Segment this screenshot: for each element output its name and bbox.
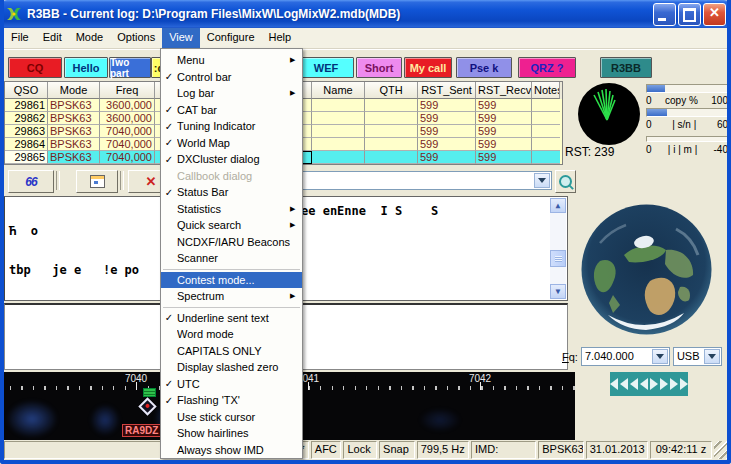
column-header-qth[interactable]: QTH [365,82,418,99]
title-bar[interactable]: R3BB - Current log: D:\Program Files\Mix… [0,0,731,28]
column-header-notes[interactable]: Notes [532,82,560,99]
menu-item-contest-mode[interactable]: Contest mode... [161,272,302,289]
menu-item-show-hairlines[interactable]: Show hairlines [161,425,302,442]
menu-file[interactable]: File [4,28,36,48]
arrow-left-icon[interactable] [630,378,638,390]
menu-item-menu[interactable]: Menu [161,52,302,69]
combo-dropdown-button[interactable] [534,173,550,188]
cell-qso: 29861 [5,99,48,112]
column-header-name[interactable]: Name [312,82,365,99]
frequency-readout[interactable]: 799,5 Hz [417,441,469,459]
snr-scale: 0| s/n |60 [646,119,728,130]
macro-wef-button[interactable]: WEF [298,57,354,78]
resize-grip[interactable] [714,441,728,459]
menu-edit[interactable]: Edit [36,28,69,48]
menu-item-flashing-tx[interactable]: Flashing 'TX' [161,392,302,409]
menu-item-use-stick-cursor[interactable]: Use stick cursor [161,409,302,426]
cell-qso: 29863 [5,125,48,138]
macro-pse-k-button[interactable]: Pse k [456,57,512,78]
scroll-up-icon[interactable]: ▲ [550,198,566,213]
macro-cq-button[interactable]: CQ [8,57,62,78]
menu-configure[interactable]: Configure [200,28,262,48]
macro-r3bb-button[interactable]: R3BB [600,57,652,78]
cell-rst-recv: 599 [476,138,532,151]
menu-item-quick-search[interactable]: Quick search [161,217,302,234]
macro-short-button[interactable]: Short [356,57,402,78]
cell-rst-recv: 599 [476,112,532,125]
macro-my-call-button[interactable]: My call [404,57,452,78]
cell-qso: 29862 [5,112,48,125]
cell-freq: 3600,000 [100,99,155,112]
tuning-arrows-widget[interactable] [610,372,688,396]
macro-qrz-button[interactable]: QRZ ? [518,57,576,78]
menu-separator [163,269,300,270]
cell-name [312,112,365,125]
menu-item-world-map[interactable]: World Map [161,135,302,152]
menu-item-log-bar[interactable]: Log bar [161,85,302,102]
sideband-combo[interactable]: USB [673,347,722,366]
menu-item-utc[interactable]: UTC [161,376,302,393]
world-map-globe[interactable] [580,203,713,336]
cell-qth [365,151,418,164]
macro-two-part-button[interactable]: Two part [109,57,151,78]
menu-item-capitals-only[interactable]: CAPITALS ONLY [161,343,302,360]
close-button[interactable] [703,3,726,26]
menu-item-statistics[interactable]: Statistics [161,201,302,218]
column-header-mode[interactable]: Mode [48,82,100,99]
lock-toggle[interactable]: Lock [343,441,377,459]
menu-help[interactable]: Help [262,28,299,48]
menu-view[interactable]: View [162,28,200,48]
scroll-down-icon[interactable]: ▼ [550,284,566,299]
macro-hello-button[interactable]: Hello [64,57,108,78]
arrow-left-icon[interactable] [640,378,648,390]
search-combo-box[interactable] [300,171,552,190]
cell-qth [365,112,418,125]
menu-item-cat-bar[interactable]: CAT bar [161,102,302,119]
arrow-right-icon[interactable] [650,378,658,390]
arrow-left-icon[interactable] [620,378,628,390]
menu-item-display-slashed-zero[interactable]: Display slashed zero [161,359,302,376]
menu-item-dxcluster-dialog[interactable]: DXCluster dialog [161,151,302,168]
arrow-right-icon[interactable] [680,378,688,390]
menu-separator [163,307,300,308]
combo-dropdown-button[interactable] [652,349,668,364]
arrow-left-icon[interactable] [610,378,618,390]
column-header-rst-sent[interactable]: RST_Sent [418,82,476,99]
maximize-button[interactable] [678,3,701,26]
callsign-tag[interactable]: RA9DZ [122,424,161,437]
menu-options[interactable]: Options [110,28,162,48]
callbook-lookup-button[interactable]: 66 [8,170,54,193]
arrow-right-icon[interactable] [660,378,668,390]
menu-mode[interactable]: Mode [69,28,111,48]
frequency-combo[interactable]: 7.040.000 [581,347,670,366]
menu-item-spectrum[interactable]: Spectrum [161,288,302,305]
menu-item-control-bar[interactable]: Control bar [161,69,302,86]
menu-item-underline-sent-text[interactable]: Underline sent text [161,310,302,327]
menu-item-scanner[interactable]: Scanner [161,250,302,267]
menu-item-word-mode[interactable]: Word mode [161,326,302,343]
minimize-button[interactable] [653,3,676,26]
arrow-right-icon[interactable] [670,378,678,390]
combo-dropdown-button[interactable] [704,349,720,364]
column-header-rst-recv[interactable]: RST_Recv [476,82,532,99]
cell-rst-sent: 599 [418,112,476,125]
rx-decoded-text-fragment: ee enEnne I S S [301,205,438,218]
menu-item-ncdxf-beacons[interactable]: NCDXF/IARU Beacons [161,234,302,251]
search-button[interactable] [555,170,576,193]
column-header-qso[interactable]: QSO [5,82,48,99]
column-header-freq[interactable]: Freq [100,82,155,99]
menu-item-always-show-imd[interactable]: Always show IMD [161,442,302,459]
rx-scrollbar[interactable]: ▲ ▼ [550,198,566,299]
edit-qso-button[interactable] [76,170,118,193]
tuning-indicator-scope [577,82,641,146]
menu-item-tuning-indicator[interactable]: Tuning Indicator [161,118,302,135]
view-menu-dropdown: Menu Control bar Log bar CAT bar Tuning … [160,48,303,459]
checkmark-icon [161,378,177,389]
afc-toggle[interactable]: AFC [311,441,342,459]
mode-readout[interactable]: BPSK63 [538,441,583,459]
checkmark-icon [161,395,177,406]
cell-rst-sent: 599 [418,99,476,112]
menu-item-status-bar[interactable]: Status Bar [161,184,302,201]
snap-toggle[interactable]: Snap [379,441,415,459]
scrollbar-thumb[interactable] [550,250,566,267]
